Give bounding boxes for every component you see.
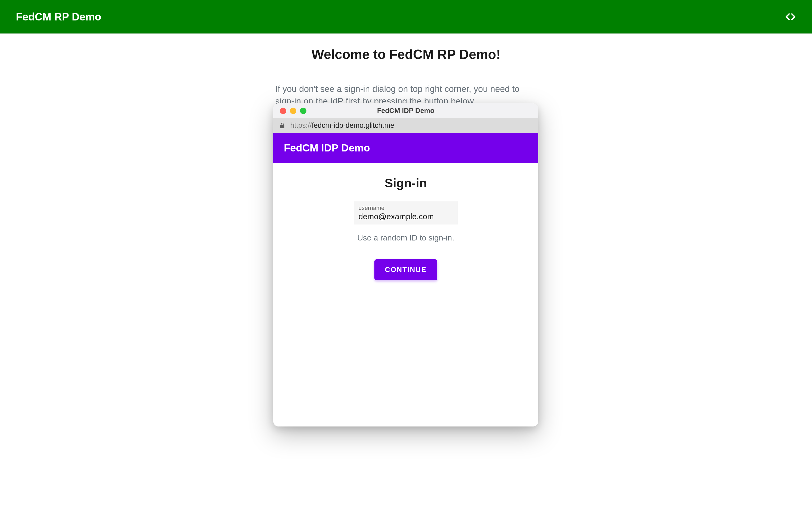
minimize-window-button[interactable] <box>290 108 296 114</box>
window-title: FedCM IDP Demo <box>273 107 538 115</box>
url-bar: https://fedcm-idp-demo.glitch.me <box>273 118 538 133</box>
url-host: fedcm-idp-demo.glitch.me <box>312 121 394 129</box>
username-field[interactable]: username <box>354 201 458 225</box>
code-icon[interactable] <box>785 11 796 22</box>
username-label: username <box>358 204 453 212</box>
continue-button[interactable]: CONTINUE <box>374 259 437 280</box>
idp-header-title: FedCM IDP Demo <box>284 142 370 154</box>
page-title: Welcome to FedCM RP Demo! <box>311 47 501 62</box>
traffic-lights <box>273 108 306 114</box>
url-text: https://fedcm-idp-demo.glitch.me <box>290 121 394 130</box>
signin-content: Sign-in username Use a random ID to sign… <box>273 163 538 426</box>
app-header: FedCM RP Demo <box>0 0 812 34</box>
close-window-button[interactable] <box>280 108 286 114</box>
signin-title: Sign-in <box>385 176 427 190</box>
window-titlebar: FedCM IDP Demo <box>273 103 538 118</box>
app-title: FedCM RP Demo <box>16 11 101 23</box>
helper-text: Use a random ID to sign-in. <box>357 233 454 242</box>
url-protocol: https:// <box>290 121 312 129</box>
idp-popup-window: FedCM IDP Demo https://fedcm-idp-demo.gl… <box>273 103 538 426</box>
main-content: Welcome to FedCM RP Demo! If you don't s… <box>0 34 812 107</box>
idp-header: FedCM IDP Demo <box>273 133 538 163</box>
maximize-window-button[interactable] <box>300 108 306 114</box>
lock-icon <box>279 122 285 129</box>
username-input[interactable] <box>358 212 453 221</box>
